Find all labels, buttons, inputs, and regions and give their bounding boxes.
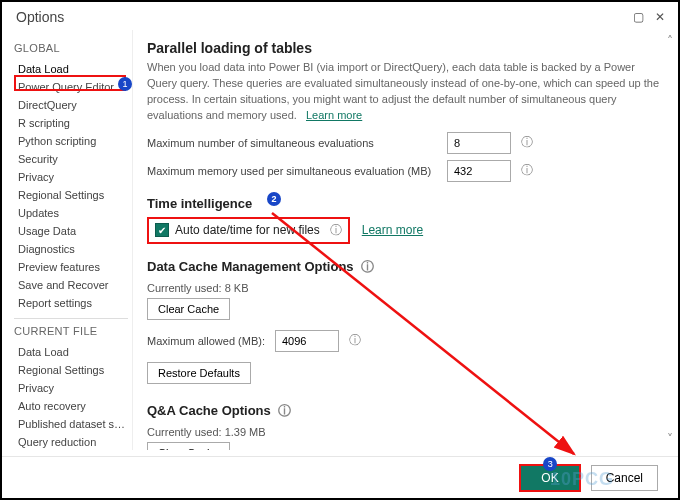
sidebar-item-cf-published-dataset[interactable]: Published dataset set... [12,415,130,433]
sidebar-item-usage-data[interactable]: Usage Data [12,222,130,240]
label-auto-datetime: Auto date/time for new files [175,223,320,237]
parallel-loading-description: When you load data into Power BI (via im… [147,60,662,124]
close-button[interactable]: ✕ [650,8,670,26]
label-max-evaluations: Maximum number of simultaneous evaluatio… [147,137,437,149]
sidebar-item-preview-features[interactable]: Preview features [12,258,130,276]
sidebar-item-python-scripting[interactable]: Python scripting [12,132,130,150]
sidebar-item-security[interactable]: Security [12,150,130,168]
time-learn-more-link[interactable]: Learn more [362,223,423,237]
button-restore-defaults-data[interactable]: Restore Defaults [147,362,251,384]
sidebar: GLOBAL Data Load Power Query Editor Dire… [2,30,132,450]
info-icon[interactable]: ⓘ [361,259,374,274]
sidebar-item-power-query-editor[interactable]: Power Query Editor [12,78,130,96]
label-max-memory: Maximum memory used per simultaneous eva… [147,165,437,177]
sidebar-item-cf-query-reduction[interactable]: Query reduction [12,433,130,450]
sidebar-item-privacy[interactable]: Privacy [12,168,130,186]
annotation-badge-1: 1 [118,77,132,91]
info-icon[interactable]: ⓘ [278,403,291,418]
label-datacache-max: Maximum allowed (MB): [147,335,265,347]
button-clear-cache-data[interactable]: Clear Cache [147,298,230,320]
titlebar: Options ▢ ✕ [2,2,678,30]
sidebar-item-r-scripting[interactable]: R scripting [12,114,130,132]
input-datacache-max[interactable] [275,330,339,352]
sidebar-separator [14,318,128,319]
info-icon[interactable]: ⓘ [521,162,533,179]
sidebar-item-save-recover[interactable]: Save and Recover [12,276,130,294]
heading-time-intelligence: Time intelligence 2 [147,196,662,211]
heading-data-cache: Data Cache Management Options ⓘ [147,258,662,276]
sidebar-item-diagnostics[interactable]: Diagnostics [12,240,130,258]
chevron-up-icon[interactable]: ˄ [665,34,675,48]
input-max-memory[interactable] [447,160,511,182]
sidebar-item-cf-regional-settings[interactable]: Regional Settings [12,361,130,379]
sidebar-item-cf-auto-recovery[interactable]: Auto recovery [12,397,130,415]
window-title: Options [16,9,626,25]
info-icon[interactable]: ⓘ [330,222,342,239]
heading-qa-cache: Q&A Cache Options ⓘ [147,402,662,420]
row-max-evaluations: Maximum number of simultaneous evaluatio… [147,132,662,154]
heading-parallel-loading: Parallel loading of tables [147,40,662,56]
content: GLOBAL Data Load Power Query Editor Dire… [2,30,678,450]
sidebar-item-report-settings[interactable]: Report settings [12,294,130,312]
button-clear-cache-qa[interactable]: Clear Cache [147,442,230,450]
sidebar-item-regional-settings[interactable]: Regional Settings [12,186,130,204]
label-qacache-current: Currently used: 1.39 MB [147,426,662,438]
maximize-button[interactable]: ▢ [628,8,648,26]
input-max-evaluations[interactable] [447,132,511,154]
main-panel: ˄ Parallel loading of tables When you lo… [132,30,678,450]
sidebar-item-updates[interactable]: Updates [12,204,130,222]
row-datacache-max: Maximum allowed (MB): ⓘ [147,330,662,352]
label-datacache-current: Currently used: 8 KB [147,282,662,294]
annotation-badge-3: 3 [543,457,557,471]
chevron-down-icon[interactable]: ˅ [665,432,675,446]
parallel-learn-more-link[interactable]: Learn more [306,109,362,121]
sidebar-section-current-file: CURRENT FILE [14,325,130,337]
row-max-memory: Maximum memory used per simultaneous eva… [147,160,662,182]
sidebar-section-global: GLOBAL [14,42,130,54]
sidebar-item-cf-data-load[interactable]: Data Load [12,343,130,361]
annotation-badge-2: 2 [267,192,281,206]
cancel-button[interactable]: Cancel [591,465,658,491]
info-icon[interactable]: ⓘ [521,134,533,151]
check-icon: ✔ [155,223,169,237]
sidebar-item-cf-privacy[interactable]: Privacy [12,379,130,397]
info-icon[interactable]: ⓘ [349,332,361,349]
checkbox-auto-datetime[interactable]: ✔ Auto date/time for new files ⓘ [147,217,350,244]
sidebar-item-data-load[interactable]: Data Load [12,60,130,78]
sidebar-item-directquery[interactable]: DirectQuery [12,96,130,114]
footer: 3 OK Cancel [2,456,678,498]
